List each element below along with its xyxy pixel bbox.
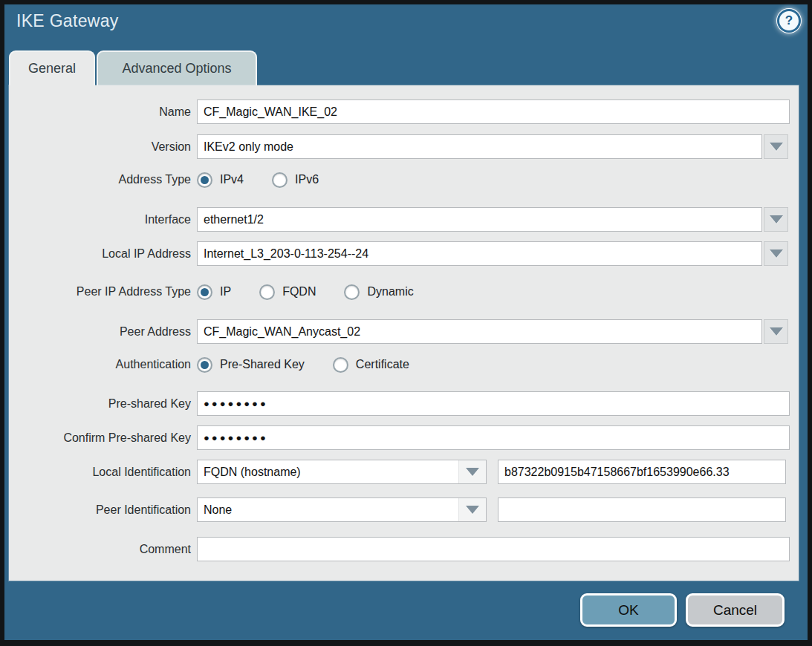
chevron-down-icon[interactable] <box>458 498 486 521</box>
form-row-peer-address: Peer Address <box>9 319 799 344</box>
name-label: Name <box>9 105 197 119</box>
form-row-peer-id: Peer Identification <box>9 497 799 522</box>
version-select <box>197 134 788 159</box>
ike-gateway-dialog: IKE Gateway ? General Advanced Options N… <box>0 0 812 646</box>
psk-label: Pre-shared Key <box>9 397 197 411</box>
radio-certificate[interactable]: Certificate <box>333 357 409 373</box>
dialog-title: IKE Gateway <box>16 11 119 31</box>
address-type-options: IPv4 IPv6 <box>197 172 319 188</box>
local-id-type-select <box>197 460 487 484</box>
radio-unselected-icon[interactable] <box>344 284 360 300</box>
local-ip-select <box>197 241 788 266</box>
radio-selected-icon[interactable] <box>197 172 212 188</box>
tab-general[interactable]: General <box>9 50 95 85</box>
peer-address-input[interactable] <box>197 319 762 344</box>
radio-ipv4[interactable]: IPv4 <box>197 172 244 188</box>
authentication-label: Authentication <box>9 358 197 371</box>
chevron-down-icon[interactable] <box>764 134 788 159</box>
question-mark-glyph: ? <box>777 9 801 33</box>
form-row-confirm-psk: Confirm Pre-shared Key <box>9 425 799 450</box>
comment-input[interactable] <box>197 537 790 561</box>
radio-label: Dynamic <box>367 285 413 298</box>
name-input[interactable] <box>197 99 790 124</box>
local-id-type-input[interactable] <box>198 460 458 483</box>
version-label: Version <box>9 140 197 154</box>
ok-button[interactable]: OK <box>580 593 677 627</box>
form-row-local-id: Local Identification <box>9 460 799 484</box>
form-row-name: Name <box>9 99 799 124</box>
tab-advanced-options[interactable]: Advanced Options <box>97 50 257 85</box>
peer-ip-type-label: Peer IP Address Type <box>9 285 197 298</box>
help-icon[interactable]: ? <box>776 8 802 33</box>
peer-ip-type-options: IP FQDN Dynamic <box>197 284 414 300</box>
chevron-down-icon[interactable] <box>764 241 788 266</box>
radio-label: Pre-Shared Key <box>220 358 305 371</box>
form-row-peer-ip-type: Peer IP Address Type IP FQDN Dynamic <box>9 281 799 303</box>
peer-id-type-select <box>197 497 487 522</box>
local-ip-label: Local IP Address <box>9 247 197 261</box>
cancel-button[interactable]: Cancel <box>686 593 785 627</box>
radio-pre-shared-key[interactable]: Pre-Shared Key <box>197 357 305 373</box>
radio-selected-icon[interactable] <box>197 284 212 300</box>
radio-fqdn[interactable]: FQDN <box>259 284 316 300</box>
radio-ip[interactable]: IP <box>197 284 231 300</box>
interface-select <box>197 207 788 232</box>
radio-label: IPv6 <box>295 173 319 186</box>
radio-dynamic[interactable]: Dynamic <box>344 284 413 300</box>
comment-label: Comment <box>9 543 197 556</box>
peer-id-value-input[interactable] <box>498 497 786 522</box>
chevron-down-icon[interactable] <box>764 319 788 344</box>
local-id-value-input[interactable] <box>498 460 786 484</box>
psk-input[interactable] <box>197 391 790 416</box>
radio-label: Certificate <box>356 358 409 371</box>
local-id-label: Local Identification <box>9 466 197 479</box>
confirm-psk-label: Confirm Pre-shared Key <box>9 431 197 445</box>
peer-address-label: Peer Address <box>9 325 197 339</box>
form-row-interface: Interface <box>9 207 799 232</box>
version-input[interactable] <box>197 134 762 159</box>
form-row-local-ip: Local IP Address <box>9 241 799 266</box>
authentication-options: Pre-Shared Key Certificate <box>197 357 409 373</box>
form-row-authentication: Authentication Pre-Shared Key Certificat… <box>9 353 799 376</box>
form-row-comment: Comment <box>9 537 799 561</box>
peer-id-label: Peer Identification <box>9 503 197 517</box>
radio-label: IP <box>220 285 231 298</box>
peer-id-type-input[interactable] <box>198 498 458 521</box>
dialog-background: IKE Gateway ? General Advanced Options N… <box>4 4 808 640</box>
chevron-down-icon[interactable] <box>764 207 788 232</box>
peer-address-select <box>197 319 788 344</box>
confirm-psk-input[interactable] <box>197 425 790 450</box>
radio-label: IPv4 <box>220 173 244 186</box>
radio-unselected-icon[interactable] <box>259 284 275 300</box>
radio-unselected-icon[interactable] <box>333 357 348 373</box>
chevron-down-icon[interactable] <box>458 460 486 483</box>
local-ip-input[interactable] <box>197 241 762 266</box>
form-row-version: Version <box>9 134 799 159</box>
radio-ipv6[interactable]: IPv6 <box>272 172 319 188</box>
general-tab-panel: Name Version Address Type IPv4 <box>9 85 799 581</box>
form-row-address-type: Address Type IPv4 IPv6 <box>9 169 799 191</box>
radio-unselected-icon[interactable] <box>272 172 288 188</box>
radio-selected-icon[interactable] <box>197 357 212 373</box>
interface-input[interactable] <box>197 207 762 232</box>
radio-label: FQDN <box>282 285 316 298</box>
interface-label: Interface <box>9 213 197 226</box>
address-type-label: Address Type <box>9 173 197 186</box>
form-row-psk: Pre-shared Key <box>9 391 799 416</box>
